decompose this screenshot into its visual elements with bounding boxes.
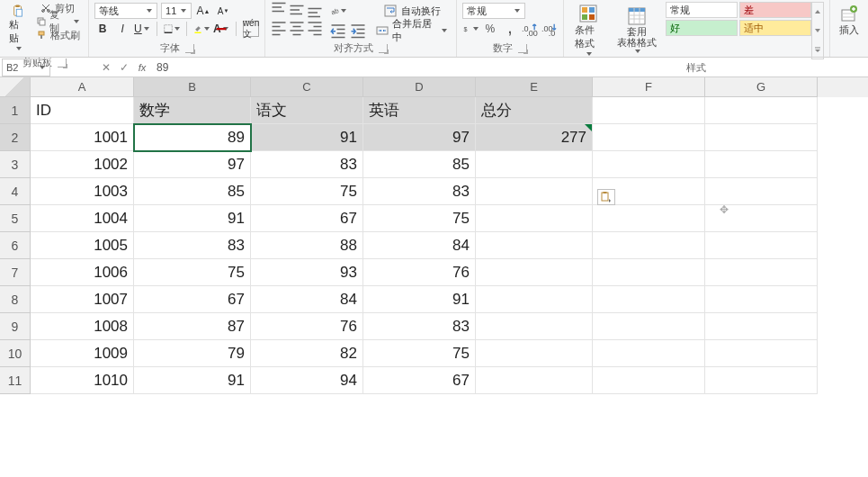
cell-D5[interactable]: 75 — [363, 205, 476, 232]
cell-D10[interactable]: 75 — [363, 340, 476, 367]
bold-button[interactable]: B — [94, 21, 111, 37]
cell-F3[interactable] — [593, 151, 705, 178]
cell-E10[interactable] — [476, 340, 593, 367]
cell-A10[interactable]: 1009 — [31, 340, 134, 367]
gallery-scroll[interactable] — [811, 2, 824, 59]
number-format-combo[interactable]: 常规 — [462, 3, 525, 19]
cell-C11[interactable]: 94 — [251, 367, 363, 394]
cell-B11[interactable]: 91 — [134, 367, 251, 394]
row-header-7[interactable]: 7 — [0, 259, 31, 286]
percent-button[interactable]: % — [482, 21, 498, 37]
paste-options-button[interactable] — [597, 189, 615, 205]
cell-F11[interactable] — [593, 367, 705, 394]
row-header-6[interactable]: 6 — [0, 232, 31, 259]
dialog-launcher-icon[interactable] — [518, 44, 527, 53]
style-normal[interactable]: 常规 — [666, 2, 738, 18]
dialog-launcher-icon[interactable] — [379, 44, 388, 53]
align-bottom-button[interactable] — [307, 2, 323, 18]
font-size-combo[interactable]: 11 — [161, 3, 192, 19]
cell-E11[interactable] — [476, 367, 593, 394]
row-header-1[interactable]: 1 — [0, 97, 31, 124]
cell-B8[interactable]: 67 — [134, 286, 251, 313]
paste-button[interactable]: 粘贴 — [5, 2, 31, 54]
cell-E5[interactable] — [476, 205, 593, 232]
insert-function-button[interactable]: fx — [133, 58, 151, 76]
cell-E7[interactable] — [476, 259, 593, 286]
dialog-launcher-icon[interactable] — [58, 58, 67, 68]
column-header-C[interactable]: C — [251, 77, 363, 97]
row-header-10[interactable]: 10 — [0, 340, 31, 367]
cell-C9[interactable]: 76 — [251, 313, 363, 340]
cell-A1[interactable]: ID — [31, 97, 134, 124]
merge-center-button[interactable]: 合并后居中 — [373, 22, 451, 40]
align-left-button[interactable] — [271, 20, 287, 36]
font-color-button[interactable]: A — [213, 21, 229, 37]
cell-A3[interactable]: 1002 — [31, 151, 134, 178]
cell-F5[interactable] — [593, 205, 705, 232]
cell-G2[interactable] — [705, 124, 818, 151]
accounting-button[interactable]: $ — [462, 21, 479, 37]
row-header-2[interactable]: 2 — [0, 124, 31, 151]
cell-C3[interactable]: 83 — [251, 151, 363, 178]
italic-button[interactable]: I — [114, 21, 130, 37]
cell-A6[interactable]: 1005 — [31, 232, 134, 259]
cell-G3[interactable] — [705, 151, 818, 178]
column-header-G[interactable]: G — [705, 77, 818, 97]
increase-decimal-button[interactable]: .0.00 — [522, 21, 538, 37]
select-all-button[interactable] — [0, 77, 31, 97]
gallery-down-icon[interactable] — [812, 22, 823, 40]
align-top-button[interactable] — [271, 2, 287, 18]
cell-styles-gallery[interactable]: 常规 差 好 适中 — [666, 2, 811, 59]
align-center-button[interactable] — [289, 20, 305, 36]
cell-F9[interactable] — [593, 313, 705, 340]
cell-G6[interactable] — [705, 232, 818, 259]
row-header-9[interactable]: 9 — [0, 313, 31, 340]
cell-C6[interactable]: 88 — [251, 232, 363, 259]
cell-E8[interactable] — [476, 286, 593, 313]
cell-A8[interactable]: 1007 — [31, 286, 134, 313]
cell-B6[interactable]: 83 — [134, 232, 251, 259]
cell-B9[interactable]: 87 — [134, 313, 251, 340]
cell-B4[interactable]: 85 — [134, 178, 251, 205]
column-header-F[interactable]: F — [593, 77, 705, 97]
cell-E9[interactable] — [476, 313, 593, 340]
cell-E3[interactable] — [476, 151, 593, 178]
comma-button[interactable]: , — [502, 21, 518, 37]
fill-color-button[interactable] — [193, 21, 210, 37]
underline-button[interactable]: U — [134, 21, 150, 37]
cell-E4[interactable] — [476, 178, 593, 205]
cell-B10[interactable]: 79 — [134, 340, 251, 367]
cell-D2[interactable]: 97 — [363, 124, 476, 151]
cell-B3[interactable]: 97 — [134, 151, 251, 178]
cell-D7[interactable]: 76 — [363, 259, 476, 286]
insert-button[interactable]: 插入 — [836, 2, 863, 39]
increase-indent-button[interactable] — [350, 22, 366, 39]
cell-G1[interactable] — [705, 97, 818, 124]
cell-A2[interactable]: 1001 — [31, 124, 134, 151]
cell-F8[interactable] — [593, 286, 705, 313]
row-header-4[interactable]: 4 — [0, 178, 31, 205]
cancel-formula-button[interactable]: ✕ — [97, 58, 115, 76]
style-good[interactable]: 好 — [666, 20, 738, 36]
row-header-3[interactable]: 3 — [0, 151, 31, 178]
cell-E2[interactable]: 277 — [476, 124, 593, 151]
formula-input[interactable]: 89 — [151, 61, 868, 74]
format-as-table-button[interactable]: 套用 表格格式 — [612, 2, 662, 59]
cell-C10[interactable]: 82 — [251, 340, 363, 367]
cell-E1[interactable]: 总分 — [476, 97, 593, 124]
cell-G9[interactable] — [705, 313, 818, 340]
cell-F6[interactable] — [593, 232, 705, 259]
font-name-combo[interactable]: 等线 — [94, 3, 157, 19]
cell-D9[interactable]: 83 — [363, 313, 476, 340]
cell-D4[interactable]: 83 — [363, 178, 476, 205]
gallery-more-icon[interactable] — [812, 40, 823, 58]
align-right-button[interactable] — [307, 20, 323, 36]
cell-D11[interactable]: 67 — [363, 367, 476, 394]
cell-C5[interactable]: 67 — [251, 205, 363, 232]
cell-D1[interactable]: 英语 — [363, 97, 476, 124]
cell-C1[interactable]: 语文 — [251, 97, 363, 124]
cell-F1[interactable] — [593, 97, 705, 124]
cell-D8[interactable]: 91 — [363, 286, 476, 313]
orientation-button[interactable]: ab — [330, 3, 346, 19]
cell-A4[interactable]: 1003 — [31, 178, 134, 205]
